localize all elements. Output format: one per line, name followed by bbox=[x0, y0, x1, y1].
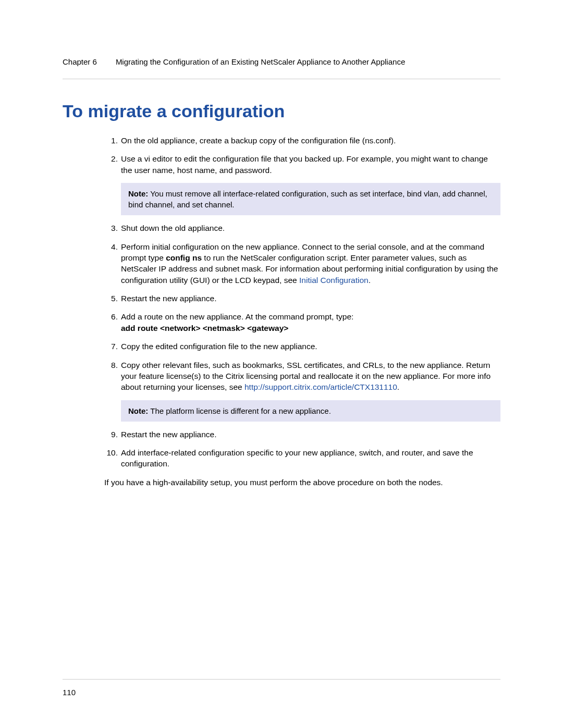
page-header: Chapter 6 Migrating the Configuration of… bbox=[63, 57, 500, 79]
step-7: Copy the edited configuration file to th… bbox=[109, 341, 500, 352]
section-heading: To migrate a configuration bbox=[63, 101, 500, 121]
steps-list: On the old appliance, create a backup co… bbox=[63, 135, 500, 470]
step-6: Add a route on the new appliance. At the… bbox=[109, 311, 500, 334]
step-text: Use a vi editor to edit the configuratio… bbox=[121, 154, 488, 174]
note-text: The platform license is different for a … bbox=[148, 406, 331, 415]
step-4: Perform initial configuration on the new… bbox=[109, 241, 500, 286]
content-body: On the old appliance, create a backup co… bbox=[63, 135, 500, 488]
step-text-c: . bbox=[369, 276, 371, 285]
step-5: Restart the new appliance. bbox=[109, 293, 500, 304]
step-text: Restart the new appliance. bbox=[121, 294, 217, 303]
note-box: Note: The platform license is different … bbox=[121, 400, 500, 422]
support-url-link[interactable]: http://support.citrix.com/article/CTX131… bbox=[244, 382, 397, 391]
step-8: Copy other relevant files, such as bookm… bbox=[109, 360, 500, 422]
initial-config-link[interactable]: Initial Configuration bbox=[299, 276, 369, 285]
note-label: Note: bbox=[128, 189, 148, 198]
chapter-title: Migrating the Configuration of an Existi… bbox=[116, 57, 500, 66]
page-footer: 110 bbox=[63, 679, 500, 697]
step-text: Shut down the old appliance. bbox=[121, 224, 225, 232]
step-bold: config ns bbox=[166, 253, 202, 262]
step-3: Shut down the old appliance. bbox=[109, 223, 500, 233]
step-9: Restart the new appliance. bbox=[109, 429, 500, 440]
step-text-b: . bbox=[397, 382, 399, 391]
step-text: Add a route on the new appliance. At the… bbox=[121, 312, 353, 321]
step-text: Add interface-related configuration spec… bbox=[121, 448, 473, 468]
step-1: On the old appliance, create a backup co… bbox=[109, 135, 500, 146]
step-command: add route <network> <netmask> <gateway> bbox=[121, 324, 288, 332]
page-number: 110 bbox=[63, 688, 76, 697]
note-box: Note: You must remove all interface-rela… bbox=[121, 183, 500, 215]
step-text: Restart the new appliance. bbox=[121, 430, 217, 439]
step-10: Add interface-related configuration spec… bbox=[109, 447, 500, 470]
step-text: On the old appliance, create a backup co… bbox=[121, 136, 396, 145]
closing-text: If you have a high-availability setup, y… bbox=[63, 477, 500, 488]
step-2: Use a vi editor to edit the configuratio… bbox=[109, 153, 500, 215]
page-container: Chapter 6 Migrating the Configuration of… bbox=[0, 0, 563, 728]
note-text: You must remove all interface-related co… bbox=[128, 189, 487, 209]
step-text: Copy the edited configuration file to th… bbox=[121, 342, 317, 351]
chapter-label: Chapter 6 bbox=[63, 57, 97, 66]
note-label: Note: bbox=[128, 406, 148, 415]
